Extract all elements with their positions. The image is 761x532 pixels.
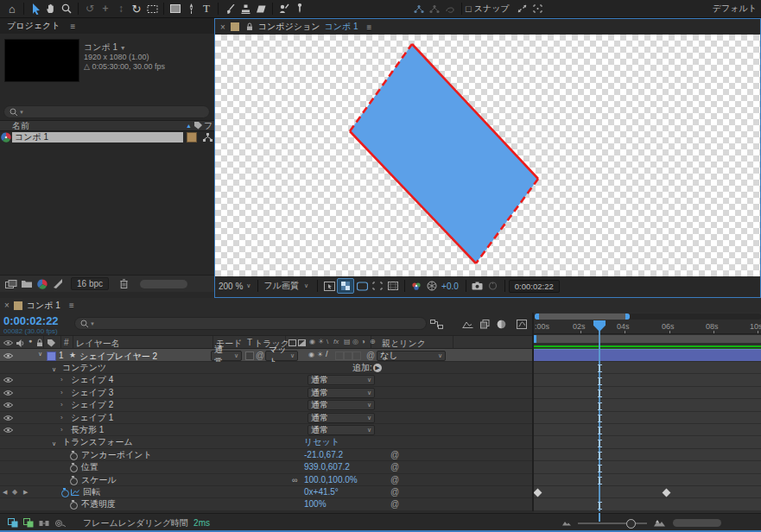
toggle-transfer-pane-icon[interactable]: [21, 516, 36, 530]
previous-keyframe-icon[interactable]: ◀: [3, 487, 7, 497]
row-transform-group[interactable]: ∨ トランスフォーム リセット: [0, 436, 532, 448]
pickwhip-icon[interactable]: @: [390, 450, 399, 460]
stopwatch-icon[interactable]: [69, 476, 77, 484]
puppet-pin-tool-icon[interactable]: [292, 2, 308, 16]
viewer-timecode[interactable]: 0:00:02:22: [509, 280, 560, 293]
shape-label[interactable]: シェイプ 3: [71, 388, 113, 398]
navigator-end-handle[interactable]: [625, 314, 630, 320]
pickwhip-icon[interactable]: @: [390, 487, 399, 497]
work-area-start-handle[interactable]: [534, 335, 536, 343]
label-color-chip[interactable]: [187, 132, 197, 142]
layer-expander-icon[interactable]: ∨: [38, 351, 42, 358]
horizontal-scrollbar[interactable]: [673, 519, 721, 527]
group-label[interactable]: トランスフォーム: [62, 437, 133, 447]
quality-switch-icon[interactable]: /: [326, 350, 328, 358]
pickwhip-icon[interactable]: @: [390, 462, 399, 472]
resolution-dropdown[interactable]: フル画質: [263, 280, 298, 292]
work-area-bar[interactable]: [534, 335, 761, 343]
hand-tool-icon[interactable]: [43, 2, 59, 16]
pickwhip-icon[interactable]: @: [390, 475, 399, 485]
row-shape-2[interactable]: › シェイプ 2 通常∨: [0, 399, 532, 411]
panel-menu-icon[interactable]: ≡: [70, 22, 75, 31]
row-contents-group[interactable]: ∨ コンテンツ 追加: ▶: [0, 362, 532, 374]
switch-cell[interactable]: [344, 352, 352, 360]
new-folder-icon[interactable]: [19, 277, 35, 291]
close-tab-icon[interactable]: ×: [4, 301, 10, 310]
eye-icon[interactable]: [3, 415, 13, 421]
composition-tab-label[interactable]: コンポジション: [258, 21, 320, 33]
snap-arrows-icon[interactable]: [515, 2, 530, 16]
brush-tool-icon[interactable]: [222, 2, 238, 16]
twirl-icon[interactable]: ›: [60, 388, 63, 398]
property-label[interactable]: 回転: [83, 487, 100, 497]
property-label[interactable]: 不透明度: [81, 499, 116, 510]
zoom-out-mountain-icon[interactable]: [561, 516, 573, 530]
composition-viewport[interactable]: [215, 35, 760, 276]
current-time-display[interactable]: 0:00:02:22: [3, 314, 59, 327]
property-value[interactable]: 100.0,100.0%: [304, 475, 358, 485]
snapshot-camera-icon[interactable]: [470, 279, 485, 293]
layer-duration-bar[interactable]: [534, 349, 761, 361]
timeline-search-input[interactable]: ▼: [74, 317, 427, 330]
sort-ascending-icon[interactable]: ▲: [186, 123, 192, 129]
roto-brush-tool-icon[interactable]: [276, 2, 292, 16]
layer-row-shape-layer-2[interactable]: ∨ 1 ★ シェイプレイヤー 2 通常∨ @ マット∨ ◉ ☀ / @ なし∨: [0, 349, 532, 362]
add-menu-icon[interactable]: ▶: [373, 364, 382, 372]
layer-visibility-eye-icon[interactable]: [3, 352, 13, 359]
row-shape-4[interactable]: › シェイプ 4 通常∨: [0, 374, 532, 386]
timeline-track-area[interactable]: :00s 02s 04s 06s 08s 10s: [534, 313, 761, 513]
exposure-icon[interactable]: [424, 279, 440, 293]
shape-blend-mode-dropdown[interactable]: 通常∨: [308, 375, 375, 385]
channel-select-icon[interactable]: [409, 279, 424, 293]
project-tab-label[interactable]: プロジェクト: [7, 20, 60, 32]
twirl-icon[interactable]: ›: [60, 375, 63, 385]
mini-flowchart-icon[interactable]: [428, 317, 444, 331]
switch-cell[interactable]: [352, 352, 361, 360]
motion-blur-icon[interactable]: [493, 317, 509, 331]
snap-checkbox[interactable]: □: [466, 3, 472, 14]
twirl-icon[interactable]: ›: [60, 413, 63, 423]
stopwatch-icon[interactable]: [69, 463, 77, 472]
composition-tab-comp-name[interactable]: コンポ 1: [324, 21, 358, 33]
collapse-switch-icon[interactable]: ☀: [317, 351, 323, 358]
stamp-tool-icon[interactable]: [238, 2, 253, 16]
time-navigator-bar[interactable]: [535, 314, 630, 320]
home-icon[interactable]: ⌂: [4, 2, 20, 16]
rotation-tool-icon[interactable]: ↻: [129, 2, 144, 16]
zoom-tool-icon[interactable]: [59, 2, 74, 16]
shape-label[interactable]: シェイプ 1: [71, 413, 113, 423]
new-composition-icon[interactable]: [35, 277, 50, 291]
shape-blend-mode-dropdown[interactable]: 通常∨: [308, 388, 375, 398]
eye-icon[interactable]: [3, 377, 13, 383]
bit-depth-button[interactable]: 16 bpc: [71, 277, 109, 290]
property-value[interactable]: 100%: [304, 499, 327, 510]
transparency-grid-icon[interactable]: [337, 278, 354, 294]
property-value[interactable]: 939.0,607.2: [304, 462, 350, 472]
draft-3d-icon[interactable]: [460, 317, 475, 331]
add-label[interactable]: 追加:: [352, 363, 372, 373]
navigator-start-handle[interactable]: [535, 314, 539, 320]
workspace-selector[interactable]: デフォルト: [713, 3, 757, 15]
row-shape-3[interactable]: › シェイプ 3 通常∨: [0, 387, 532, 399]
next-keyframe-icon[interactable]: ▶: [23, 487, 28, 497]
parent-column-header[interactable]: 親とリンク: [382, 338, 426, 350]
trash-icon[interactable]: [116, 277, 131, 291]
comp-info-name[interactable]: コンポ 1 ▼: [84, 41, 126, 54]
selection-tool-icon[interactable]: [28, 2, 43, 16]
timeline-tab-label[interactable]: コンポ 1: [27, 300, 60, 312]
toggle-inout-pane-icon[interactable]: [36, 516, 52, 530]
property-label[interactable]: スケール: [81, 475, 117, 485]
exposure-value[interactable]: +0.0: [441, 282, 459, 291]
render-speed-icon[interactable]: [52, 516, 67, 530]
close-tab-icon[interactable]: ×: [220, 22, 225, 32]
project-item-name[interactable]: コンポ 1: [12, 132, 183, 142]
type-tool-icon[interactable]: T: [199, 2, 214, 16]
shape-blend-mode-dropdown[interactable]: 通常∨: [308, 425, 375, 435]
layout-select-icon[interactable]: [321, 279, 337, 293]
row-scale[interactable]: スケール ∞ 100.0,100.0% @: [0, 474, 532, 486]
stopwatch-icon-active[interactable]: [60, 488, 68, 497]
row-rectangle-1[interactable]: › 長方形 1 通常∨: [0, 424, 532, 436]
panel-menu-icon[interactable]: ≡: [367, 22, 372, 32]
switch-cell[interactable]: [335, 352, 344, 360]
row-position[interactable]: 位置 939.0,607.2 @: [0, 461, 532, 473]
